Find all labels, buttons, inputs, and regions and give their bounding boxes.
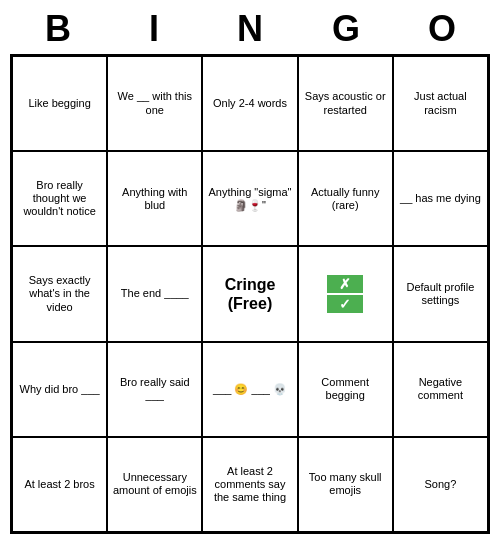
bingo-cell-20[interactable]: At least 2 bros (12, 437, 107, 532)
bingo-cell-10[interactable]: Says exactly what's in the video (12, 246, 107, 341)
bingo-cell-14[interactable]: Default profile settings (393, 246, 488, 341)
bingo-cell-22[interactable]: At least 2 comments say the same thing (202, 437, 297, 532)
bingo-cell-21[interactable]: Unnecessary amount of emojis (107, 437, 202, 532)
bingo-cell-2[interactable]: Only 2-4 words (202, 56, 297, 151)
bingo-header: B I N G O (10, 8, 490, 50)
header-o: O (394, 8, 490, 50)
bingo-cell-3[interactable]: Says acoustic or restarted (298, 56, 393, 151)
bingo-grid: Like beggingWe __ with this oneOnly 2-4 … (10, 54, 490, 534)
bingo-cell-12[interactable]: Cringe (Free) (202, 246, 297, 341)
bingo-cell-6[interactable]: Anything with blud (107, 151, 202, 246)
bingo-cell-4[interactable]: Just actual racism (393, 56, 488, 151)
bingo-cell-19[interactable]: Negative comment (393, 342, 488, 437)
bingo-cell-13[interactable]: ✗ ✓ (298, 246, 393, 341)
bingo-cell-7[interactable]: Anything "sigma" 🗿🍷" (202, 151, 297, 246)
bingo-cell-24[interactable]: Song? (393, 437, 488, 532)
bingo-cell-23[interactable]: Too many skull emojis (298, 437, 393, 532)
header-n: N (202, 8, 298, 50)
bingo-cell-8[interactable]: Actually funny (rare) (298, 151, 393, 246)
bingo-cell-9[interactable]: __ has me dying (393, 151, 488, 246)
bingo-cell-16[interactable]: Bro really said ___ (107, 342, 202, 437)
header-b: B (10, 8, 106, 50)
header-i: I (106, 8, 202, 50)
bingo-cell-18[interactable]: Comment begging (298, 342, 393, 437)
bingo-cell-11[interactable]: The end ____ (107, 246, 202, 341)
bingo-cell-15[interactable]: Why did bro ___ (12, 342, 107, 437)
bingo-cell-5[interactable]: Bro really thought we wouldn't notice (12, 151, 107, 246)
bingo-cell-0[interactable]: Like begging (12, 56, 107, 151)
header-g: G (298, 8, 394, 50)
bingo-cell-1[interactable]: We __ with this one (107, 56, 202, 151)
bingo-cell-17[interactable]: ___ 😊 ___ 💀 (202, 342, 297, 437)
